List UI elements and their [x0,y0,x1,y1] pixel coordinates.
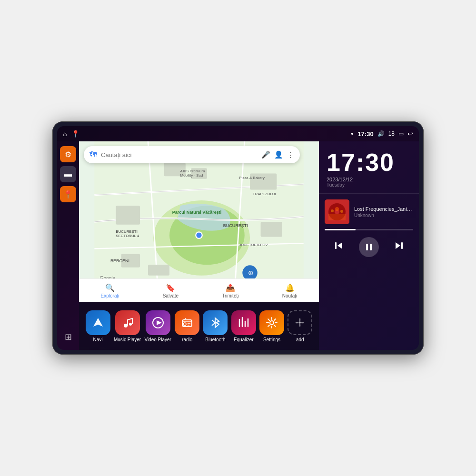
svg-point-59 [340,210,343,213]
sidebar-files-icon[interactable]: ▬ [60,166,76,182]
app-music-player[interactable]: Music Player [114,310,141,342]
app-video-player[interactable]: Video Player [144,310,171,342]
clock-time: 17:30 [327,150,411,175]
map-tab-explore[interactable]: 🔍 Explorați [101,283,119,298]
next-button[interactable] [391,238,407,257]
svg-rect-61 [335,242,337,249]
add-label: add [296,337,304,342]
svg-point-30 [124,324,128,327]
status-right: ▾ 17:30 🔊 18 ▭ ↩ [351,130,413,138]
device-frame: ⌂ 📍 ▾ 17:30 🔊 18 ▭ ↩ ⚙ ▬ 📍 ⊞ [52,121,424,355]
main-content: ⚙ ▬ 📍 ⊞ [57,141,419,350]
music-artist: Unknown [354,213,413,218]
status-time: 17:30 [357,130,373,138]
voice-search-icon[interactable]: 🎤 [261,150,270,159]
navi-label: Navi [93,337,103,342]
svg-marker-64 [396,242,400,249]
video-player-icon [146,310,170,335]
map-tab-saved[interactable]: 🔖 Salvate [163,283,178,298]
map-tab-news[interactable]: 🔔 Noutăți [282,283,298,298]
music-player-label: Music Player [114,337,141,342]
svg-text:TRAPEZULUI: TRAPEZULUI [253,192,276,196]
settings-dots-icon[interactable]: ⋮ [287,150,294,159]
volume-icon: 🔊 [377,130,385,137]
svg-text:⊕: ⊕ [248,269,254,277]
svg-text:Pizza & Bakery: Pizza & Bakery [239,176,265,180]
map-tab-share[interactable]: 📤 Trimiteți [222,283,238,298]
map-widget[interactable]: AXIS Premium Mobility - Sud Pizza & Bake… [79,141,319,302]
status-left: ⌂ 📍 [63,130,79,138]
home-icon[interactable]: ⌂ [63,130,67,138]
center-area: AXIS Premium Mobility - Sud Pizza & Bake… [79,141,319,350]
music-progress-bar[interactable] [325,229,413,230]
music-player-icon [115,310,140,335]
map-search-icons: 🎤 👤 ⋮ [261,150,294,159]
app-navi[interactable]: Navi [86,310,110,342]
status-bar: ⌂ 📍 ▾ 17:30 🔊 18 ▭ ↩ [57,126,419,141]
account-icon[interactable]: 👤 [274,150,283,159]
music-text: Lost Frequencies_Janie... Unknown [354,206,413,218]
radio-icon [175,310,199,335]
music-info: Lost Frequencies_Janie... Unknown [325,199,413,224]
app-add[interactable]: add [288,310,312,342]
sidebar-grid-icon[interactable]: ⊞ [60,329,76,345]
svg-marker-33 [157,320,162,325]
map-search-input[interactable] [101,151,258,159]
clock-day: Tuesday [327,182,411,188]
prev-button[interactable] [331,238,347,257]
svg-text:Mobility - Sud: Mobility - Sud [180,173,203,178]
svg-rect-65 [401,242,403,249]
svg-rect-12 [261,222,282,237]
video-player-label: Video Player [144,337,171,342]
svg-rect-11 [116,206,140,224]
svg-text:JUDEȚUL ILFOV: JUDEȚUL ILFOV [239,243,268,247]
app-equalizer[interactable]: Equalizer [231,310,256,342]
add-icon [288,310,312,335]
map-tab-saved-label: Salvate [163,293,178,298]
svg-point-58 [335,207,339,211]
navi-icon [86,310,110,335]
app-radio[interactable]: radio [175,310,199,342]
google-maps-logo: 🗺 [89,150,97,159]
svg-rect-62 [366,244,368,250]
svg-marker-29 [93,318,103,327]
svg-rect-63 [370,244,372,250]
radio-label: radio [182,337,192,342]
map-tab-news-label: Noutăți [282,293,298,298]
app-settings[interactable]: Settings [259,310,284,342]
svg-text:SECTORUL 4: SECTORUL 4 [116,234,139,238]
settings-icon [259,310,284,335]
right-panel: 17:30 2023/12/12 Tuesday [319,141,419,350]
svg-line-40 [212,323,215,326]
svg-point-57 [331,209,334,212]
maps-icon[interactable]: 📍 [71,130,79,138]
pause-button[interactable] [359,237,379,257]
svg-line-41 [212,320,215,323]
bluetooth-label: Bluetooth [205,337,225,342]
sidebar-settings-icon[interactable]: ⚙ [60,146,76,162]
back-icon[interactable]: ↩ [407,130,413,138]
music-progress-fill [325,229,356,230]
svg-text:BUCUREȘTI: BUCUREȘTI [116,229,138,234]
clock-section: 17:30 2023/12/12 Tuesday [319,141,419,194]
sidebar: ⚙ ▬ 📍 ⊞ [57,141,79,350]
svg-point-27 [196,232,202,238]
map-bottom-bar: 🔍 Explorați 🔖 Salvate 📤 Trimiteți [79,278,319,302]
svg-rect-14 [148,265,169,276]
sidebar-location-icon[interactable]: 📍 [60,186,76,202]
device-screen: ⌂ 📍 ▾ 17:30 🔊 18 ▭ ↩ ⚙ ▬ 📍 ⊞ [57,126,419,350]
svg-text:AXIS Premium: AXIS Premium [180,169,205,173]
svg-text:BERCENI: BERCENI [110,258,129,263]
svg-text:BUCUREȘTI: BUCUREȘTI [223,223,248,228]
svg-point-37 [183,323,186,326]
app-bluetooth[interactable]: Bluetooth [203,310,228,342]
map-tab-share-label: Trimiteți [222,293,238,298]
svg-text:Parcul Natural Văcărești: Parcul Natural Văcărești [172,210,222,215]
app-launcher: Navi Music Player [79,302,319,350]
map-container[interactable]: AXIS Premium Mobility - Sud Pizza & Bake… [79,141,319,302]
map-search-bar[interactable]: 🗺 🎤 👤 ⋮ [84,146,300,163]
wifi-icon: ▾ [351,131,354,137]
equalizer-label: Equalizer [234,337,254,342]
svg-point-50 [270,321,274,325]
equalizer-icon [231,310,256,335]
